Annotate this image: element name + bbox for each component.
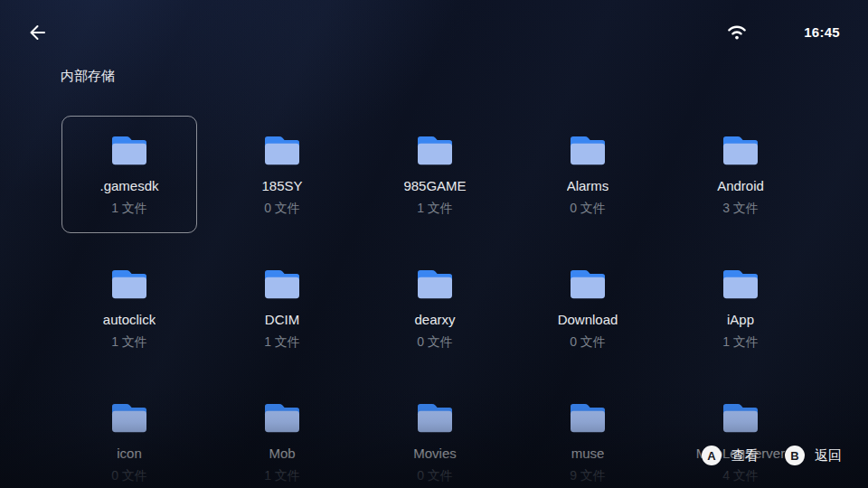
folder-icon [108, 266, 150, 300]
folder-count: 1 文件 [417, 200, 453, 216]
folder-name: 985GAME [403, 178, 466, 194]
folder-name: dearxy [414, 312, 455, 328]
folder-name: Mob [269, 446, 295, 462]
folder-name: Download [558, 312, 618, 328]
hint-button-B[interactable]: B 返回 [785, 446, 842, 465]
folder-item-muse[interactable]: muse 9 文件 [520, 383, 656, 488]
folder-icon [720, 266, 761, 300]
folder-name: 185SY [261, 178, 302, 194]
folder-count: 1 文件 [722, 333, 759, 350]
folder-item-Download[interactable]: Download 0 文件 [520, 249, 656, 367]
folder-item-DCIM[interactable]: DCIM 1 文件 [214, 249, 350, 367]
hint-bar: A 查看 B 返回 [702, 446, 842, 465]
folder-count: 4 文件 [722, 467, 759, 483]
folder-item-185SY[interactable]: 185SY 0 文件 [214, 116, 350, 233]
folder-item-iApp[interactable]: iApp 1 文件 [673, 249, 808, 367]
folder-count: 1 文件 [264, 333, 300, 350]
clock: 16:45 [804, 24, 840, 40]
back-arrow-icon [25, 22, 47, 43]
folder-name: autoclick [103, 312, 156, 328]
folder-item-Android[interactable]: Android 3 文件 [673, 116, 808, 233]
folder-count: 1 文件 [111, 333, 147, 350]
folder-item-.gamesdk[interactable]: .gamesdk 1 文件 [61, 116, 197, 233]
folder-count: 0 文件 [111, 467, 147, 483]
folder-count: 9 文件 [570, 467, 606, 483]
folder-name: Alarms [567, 178, 609, 194]
folder-name: Movies [413, 446, 457, 462]
folder-item-icon[interactable]: icon 0 文件 [61, 383, 197, 488]
folder-icon [261, 266, 303, 300]
hint-button-A[interactable]: A 查看 [702, 446, 759, 465]
folder-icon [108, 132, 150, 166]
folder-count: 0 文件 [570, 333, 606, 350]
folder-icon [567, 132, 609, 166]
hint-label: 查看 [731, 446, 759, 465]
folder-item-Mob[interactable]: Mob 1 文件 [214, 383, 350, 488]
folder-icon [414, 399, 456, 434]
folder-icon [567, 266, 609, 300]
folder-count: 0 文件 [417, 333, 453, 350]
folder-name: Android [717, 178, 764, 194]
folder-count: 1 文件 [111, 200, 147, 216]
folder-icon [261, 132, 303, 166]
folder-count: 1 文件 [264, 467, 300, 483]
folder-item-985GAME[interactable]: 985GAME 1 文件 [367, 116, 503, 233]
folder-count: 3 文件 [722, 200, 759, 216]
wifi-icon [727, 23, 747, 41]
folder-icon [261, 399, 303, 434]
file-manager-screen: 16:45 内部存储 .gamesdk 1 文件 185SY 0 文件 985G… [0, 0, 868, 488]
folder-icon [720, 132, 761, 166]
folder-count: 0 文件 [570, 200, 606, 216]
folder-icon [414, 132, 456, 166]
folder-item-Movies[interactable]: Movies 0 文件 [367, 383, 503, 488]
folder-icon [108, 399, 150, 434]
gamepad-key-badge: A [702, 446, 722, 465]
folder-item-autoclick[interactable]: autoclick 1 文件 [61, 249, 197, 367]
folder-grid: .gamesdk 1 文件 185SY 0 文件 985GAME 1 文件 Al… [61, 116, 808, 488]
folder-icon [414, 266, 456, 300]
folder-count: 0 文件 [264, 200, 300, 216]
folder-name: .gamesdk [99, 178, 158, 194]
folder-item-Alarms[interactable]: Alarms 0 文件 [520, 116, 656, 233]
gamepad-key-badge: B [785, 446, 805, 465]
folder-count: 0 文件 [417, 467, 453, 483]
folder-name: iApp [727, 312, 754, 328]
folder-item-MobLogServer[interactable]: MobLogServer 4 文件 [673, 383, 808, 488]
folder-name: muse [571, 446, 605, 462]
folder-name: DCIM [265, 312, 299, 328]
folder-icon [720, 399, 761, 434]
folder-name: icon [117, 446, 142, 462]
folder-item-dearxy[interactable]: dearxy 0 文件 [367, 249, 503, 367]
folder-icon [567, 399, 609, 434]
back-button[interactable] [25, 22, 47, 43]
page-title: 内部存储 [61, 69, 115, 83]
hint-label: 返回 [815, 446, 842, 465]
